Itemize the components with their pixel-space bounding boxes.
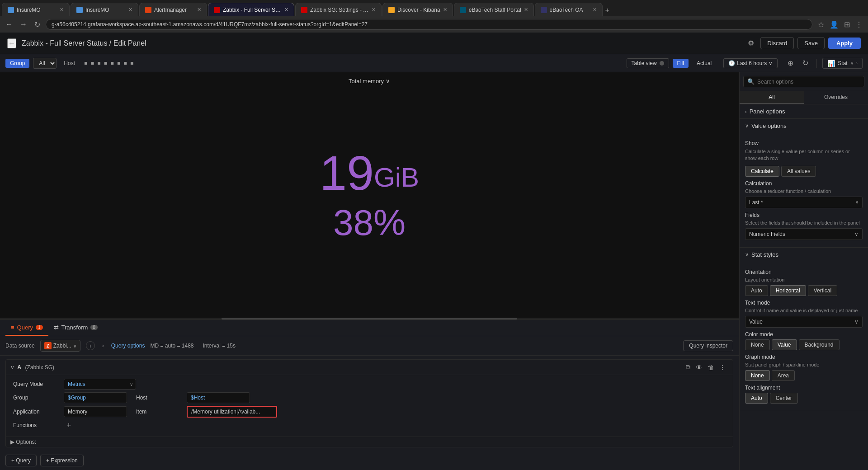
discard-button[interactable]: Discard	[760, 37, 794, 49]
new-tab-button[interactable]: +	[604, 5, 611, 16]
color-mode-background-button[interactable]: Background	[799, 339, 840, 350]
extensions-button[interactable]: ⊞	[842, 19, 852, 31]
reload-nav-button[interactable]: ↻	[33, 19, 42, 31]
text-align-center-button[interactable]: Center	[770, 393, 798, 404]
orientation-label: Orientation	[745, 269, 863, 275]
address-bar[interactable]	[46, 19, 812, 30]
right-tab-overrides[interactable]: Overrides	[804, 91, 868, 104]
profile-button[interactable]: 👤	[828, 19, 840, 31]
back-to-dashboard-button[interactable]: ←	[7, 38, 16, 48]
tab-close-discover[interactable]: ✕	[443, 7, 447, 13]
viz-scrollbar[interactable]	[0, 318, 739, 320]
datasource-info-button[interactable]: i	[86, 341, 95, 350]
query-delete-button[interactable]: 🗑	[705, 363, 717, 372]
time-range-label: Last 6 hours	[737, 60, 767, 66]
functions-label: Functions	[9, 420, 64, 430]
query-visibility-button[interactable]: 👁	[693, 363, 705, 372]
datasource-label: Data source	[5, 343, 35, 349]
color-mode-value-button[interactable]: Value	[772, 339, 797, 350]
tab-close-zabbix-full[interactable]: ✕	[284, 7, 288, 13]
query-expand-icon[interactable]: ∨	[10, 364, 14, 371]
fields-select[interactable]: Numeric Fields ∨	[745, 228, 863, 240]
text-align-auto-button[interactable]: Auto	[745, 393, 768, 404]
tab-insure2[interactable]: InsureMO ✕	[71, 3, 138, 16]
all-select[interactable]: All	[33, 58, 57, 69]
calculation-clear-icon[interactable]: ×	[855, 199, 859, 206]
datasource-selector[interactable]: Z Zabbi... ∨	[40, 340, 80, 352]
application-input[interactable]: Memory	[64, 406, 127, 417]
tab-ebaoa[interactable]: eBaoTech OA ✕	[535, 3, 603, 16]
query-zabbix-label: (Zabbix SG)	[25, 364, 54, 371]
group-button[interactable]: Group	[5, 59, 29, 68]
tab-insure1[interactable]: InsureMO ✕	[2, 3, 70, 16]
graph-mode-none-button[interactable]: None	[745, 370, 770, 381]
actual-button[interactable]: Actual	[692, 59, 716, 68]
tab-close-ebaoa[interactable]: ✕	[593, 7, 597, 13]
orientation-horizontal-button[interactable]: Horizontal	[770, 285, 806, 296]
stat-styles-content: Orientation Layout orientation Auto Hori…	[740, 262, 868, 411]
tab-staff-portal[interactable]: eBaoTech Staff Portal ✕	[454, 3, 534, 16]
all-values-button[interactable]: All values	[781, 166, 816, 177]
add-expression-button[interactable]: + Expression	[40, 455, 84, 466]
color-mode-none-button[interactable]: None	[745, 339, 770, 350]
refresh-button[interactable]: ↻	[800, 58, 811, 68]
time-range-picker[interactable]: 🕐 Last 6 hours ∨	[723, 58, 778, 68]
show-btn-group: Calculate All values	[745, 166, 863, 177]
query-mode-select-wrapper: Metrics ∨	[64, 379, 136, 390]
panel-options-header[interactable]: › Panel options	[740, 104, 868, 118]
query-inspector-button[interactable]: Query inspector	[683, 340, 733, 351]
tab-query[interactable]: ≡ Query 1	[5, 320, 48, 336]
orientation-vertical-button[interactable]: Vertical	[808, 285, 837, 296]
stat-styles-header[interactable]: ∨ Stat styles	[740, 248, 868, 262]
query-more-button[interactable]: ⋮	[717, 363, 728, 372]
tab-close-insure1[interactable]: ✕	[60, 7, 64, 13]
settings-button[interactable]: ⚙	[745, 36, 757, 50]
zoom-out-button[interactable]: ⊕	[785, 58, 796, 68]
fill-button[interactable]: Fill	[673, 59, 689, 68]
text-mode-select[interactable]: Value ∨	[745, 316, 863, 328]
tab-discover[interactable]: Discover - Kibana ✕	[382, 3, 453, 16]
text-mode-label: Text mode	[745, 300, 863, 306]
bookmark-button[interactable]: ☆	[816, 19, 826, 31]
tab-close-insure2[interactable]: ✕	[128, 7, 132, 13]
tab-transform[interactable]: ⇄ Transform 0	[48, 320, 103, 336]
tab-alertmanager[interactable]: Alertmanager ✕	[139, 3, 207, 16]
item-input[interactable]: /Memory utilization|Availab...	[187, 406, 277, 418]
calculate-button[interactable]: Calculate	[745, 166, 779, 177]
host-input[interactable]: $Host	[187, 392, 250, 403]
group-input[interactable]: $Group	[64, 392, 127, 403]
graph-mode-area-button[interactable]: Area	[772, 370, 795, 381]
functions-add-button[interactable]: +	[64, 421, 74, 430]
apply-button[interactable]: Apply	[828, 38, 861, 49]
table-view-button[interactable]: Table view	[627, 58, 669, 68]
viz-title[interactable]: Total memory ∨	[349, 78, 390, 85]
forward-nav-button[interactable]: →	[18, 19, 29, 30]
query-options-link[interactable]: Query options	[111, 343, 145, 349]
tab-favicon-zabbix-full	[214, 7, 220, 13]
calculation-select[interactable]: Last * ×	[745, 197, 863, 208]
right-tab-all[interactable]: All	[740, 91, 804, 104]
value-options-header[interactable]: ∨ Value options	[740, 119, 868, 133]
orientation-auto-button[interactable]: Auto	[745, 285, 768, 296]
time-range-caret: ∨	[769, 60, 773, 66]
tab-zabbix-sg[interactable]: Zabbix SG: Settings - A... ✕	[295, 3, 382, 16]
tab-zabbix-full[interactable]: Zabbix - Full Server Stat... ✕	[208, 3, 294, 16]
back-nav-button[interactable]: ←	[4, 19, 14, 30]
show-desc: Calculate a single value per column or s…	[745, 148, 863, 162]
tab-close-staff[interactable]: ✕	[524, 7, 528, 13]
tab-label-zabbix-sg: Zabbix SG: Settings - A...	[310, 7, 369, 13]
panel-type-selector[interactable]: 📊 Stat ∨ ›	[822, 58, 863, 69]
graph-mode-desc: Stat panel graph / sparkline mode	[745, 362, 863, 367]
search-input[interactable]	[757, 79, 860, 85]
viz-panel: Total memory ∨ 19 GiB 38% ≡ Query 1	[0, 72, 739, 470]
save-button[interactable]: Save	[797, 37, 825, 49]
tab-close-alert[interactable]: ✕	[197, 7, 201, 13]
options-toggle[interactable]: ▶ Options:	[10, 439, 728, 445]
value-options-chevron-icon: ∨	[745, 123, 749, 129]
browser-menu-button[interactable]: ⋮	[854, 19, 864, 31]
query-mode-select[interactable]: Metrics	[64, 379, 136, 389]
tab-close-zabbix-sg[interactable]: ✕	[372, 7, 376, 13]
search-input-wrap: 🔍	[743, 76, 864, 87]
add-query-button[interactable]: + Query	[5, 455, 37, 466]
query-copy-button[interactable]: ⧉	[683, 362, 693, 372]
